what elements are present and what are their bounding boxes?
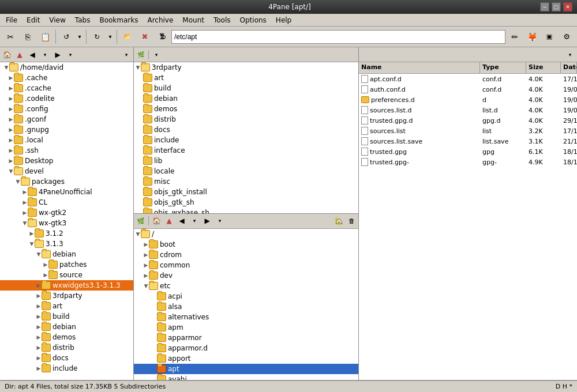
mid-bot-gohome-icon[interactable]: 🏡 xyxy=(333,215,344,227)
left-tree-item[interactable]: ▶docs xyxy=(0,353,133,363)
mid-top-item[interactable]: interface xyxy=(134,145,358,156)
left-tree-item[interactable]: ▶debian xyxy=(0,322,133,332)
undo-button[interactable]: ↺ xyxy=(58,29,74,45)
mid-bot-item[interactable]: ▶boot xyxy=(134,239,358,250)
mid-bot-root[interactable]: ▼/ xyxy=(134,229,358,239)
menu-item-view[interactable]: View xyxy=(44,15,70,25)
path-input[interactable]: /etc/apt xyxy=(171,30,505,44)
mid-bot-item[interactable]: apport xyxy=(134,353,358,364)
menu-item-tools[interactable]: Tools xyxy=(209,15,235,25)
menu-item-file[interactable]: File xyxy=(1,15,22,25)
col-size-header[interactable]: Size xyxy=(526,62,561,73)
menu-item-tabs[interactable]: Tabs xyxy=(70,15,95,25)
mid-top-item[interactable]: docs xyxy=(134,125,358,135)
mid-bot-item[interactable]: alsa xyxy=(134,301,358,312)
file-row[interactable]: trusted.gpg.dgpg.d4.0K29/10/19 15:22 xyxy=(359,115,577,126)
left-tree-item[interactable]: ▶.gnupg xyxy=(0,125,133,135)
menu-item-archive[interactable]: Archive xyxy=(143,15,178,25)
left-tree-item[interactable]: ▶art xyxy=(0,301,133,311)
menu-item-bookmarks[interactable]: Bookmarks xyxy=(95,15,143,25)
left-tree-item[interactable]: ▼packages xyxy=(0,176,133,187)
mid-bot-item[interactable]: acpi xyxy=(134,291,358,301)
left-tree-item[interactable]: ▶demos xyxy=(0,332,133,342)
mid-bot-forward-dropdown[interactable]: ▾ xyxy=(214,215,226,227)
browser-button[interactable]: 🦊 xyxy=(524,29,540,45)
left-dropdown-icon[interactable]: ▾ xyxy=(121,49,132,61)
left-tree-item[interactable]: ▶Desktop xyxy=(0,156,133,166)
menu-item-edit[interactable]: Edit xyxy=(22,15,44,25)
mid-top-item[interactable]: distrib xyxy=(134,114,358,125)
col-date-header[interactable]: Date xyxy=(561,62,577,73)
settings-button[interactable]: ⚙ xyxy=(559,29,575,45)
cut-button[interactable]: ✂ xyxy=(2,29,18,45)
mid-bot-item[interactable]: apt xyxy=(134,364,358,374)
file-row[interactable]: sources.list.dlist.d4.0K19/09/19 10:13 xyxy=(359,105,577,115)
mid-top-item[interactable]: objs_wxbase_sh xyxy=(134,208,358,213)
mid-top-item[interactable]: art xyxy=(134,73,358,83)
mid-bot-home-icon[interactable]: 🏠 xyxy=(151,215,162,227)
file-row[interactable]: auth.conf.dconf.d4.0K19/09/19 10:13 xyxy=(359,84,577,95)
file-row[interactable]: trusted.gpggpg6.1K18/10/19 12:41 xyxy=(359,146,577,157)
left-tree-item[interactable]: ▶.gconf xyxy=(0,114,133,125)
undo-dropdown[interactable]: ▾ xyxy=(76,29,84,45)
left-tree-item[interactable]: ▼devel xyxy=(0,166,133,176)
paste-button[interactable]: 📋 xyxy=(37,29,53,45)
left-tree-item[interactable]: ▶.ccache xyxy=(0,83,133,93)
mid-bot-item[interactable]: ▶cdrom xyxy=(134,250,358,260)
left-tree-item[interactable]: ▶source xyxy=(0,270,133,280)
left-tree-item[interactable]: ▼debian xyxy=(0,249,133,259)
left-tree-item[interactable]: ▶wxwidgets3.1-3.1.3 xyxy=(0,280,133,291)
left-back-dropdown[interactable]: ▾ xyxy=(39,49,51,61)
close-button[interactable]: ✕ xyxy=(563,2,572,12)
left-tree-item[interactable]: ▶distrib xyxy=(0,342,133,353)
mid-bot-item[interactable]: alternatives xyxy=(134,312,358,322)
left-tree-item[interactable]: ▶4PaneUnofficial xyxy=(0,187,133,197)
left-forward-icon[interactable]: ▶ xyxy=(52,49,63,61)
mid-bot-item[interactable]: ▶common xyxy=(134,260,358,270)
minimize-button[interactable]: − xyxy=(540,2,549,12)
left-forward-dropdown[interactable]: ▾ xyxy=(65,49,76,61)
terminal-button[interactable]: ▣ xyxy=(541,29,557,45)
mid-top-item[interactable]: debian xyxy=(134,93,358,104)
mid-bot-forward-icon[interactable]: ▶ xyxy=(201,215,213,227)
mid-bot-item[interactable]: apm xyxy=(134,322,358,333)
redo-button[interactable]: ↻ xyxy=(89,29,105,45)
mid-top-item[interactable]: objs_gtk_install xyxy=(134,187,358,197)
left-tree-item[interactable]: ▶.codelite xyxy=(0,93,133,104)
left-tree-root[interactable]: ▼/home/david xyxy=(0,62,133,73)
left-back-icon[interactable]: ◀ xyxy=(27,49,38,61)
mid-top-item[interactable]: lib xyxy=(134,156,358,166)
left-tree-item[interactable]: ▶.cache xyxy=(0,73,133,83)
mid-bot-back-dropdown[interactable]: ▾ xyxy=(189,215,200,227)
edit-button[interactable]: ✏ xyxy=(507,29,523,45)
copy-button[interactable]: ⎘ xyxy=(20,29,36,45)
mid-bot-up-icon[interactable]: ▲ xyxy=(163,215,175,227)
mid-bot-item[interactable]: ▼etc xyxy=(134,281,358,291)
mid-top-item[interactable]: locale xyxy=(134,166,358,176)
left-tree-item[interactable]: ▶3rdparty xyxy=(0,291,133,301)
mid-top-item[interactable]: misc xyxy=(134,176,358,187)
file-row[interactable]: sources.listlist3.2K17/12/19 11:53 xyxy=(359,126,577,136)
left-tree-item[interactable]: ▶.local xyxy=(0,135,133,145)
delete-button[interactable]: ✖ xyxy=(137,29,153,45)
file-row[interactable]: preferences.dd4.0K19/09/19 10:13 xyxy=(359,95,577,105)
left-home-icon[interactable]: 🏠 xyxy=(1,49,13,61)
mid-bot-back-icon[interactable]: ◀ xyxy=(176,215,188,227)
left-tree-item[interactable]: ▶3.1.2 xyxy=(0,228,133,239)
maximize-button[interactable]: □ xyxy=(552,2,561,12)
left-tree-item[interactable]: ▶CL xyxy=(0,197,133,208)
left-up-icon[interactable]: ▲ xyxy=(14,49,25,61)
open-button[interactable]: 📂 xyxy=(119,29,136,45)
mid-top-dropdown[interactable]: ▾ xyxy=(151,49,162,61)
left-tree-item[interactable]: ▼wx-gtk3 xyxy=(0,218,133,228)
file-row[interactable]: apt.conf.dconf.d4.0K17/12/19 10:34 xyxy=(359,74,577,84)
menu-item-help[interactable]: Help xyxy=(271,15,296,25)
left-tree-item[interactable]: ▶wx-gtk2 xyxy=(0,208,133,218)
mid-bot-item[interactable]: apparmor xyxy=(134,333,358,343)
mid-top-item[interactable]: build xyxy=(134,83,358,93)
redo-dropdown[interactable]: ▾ xyxy=(106,29,114,45)
file-row[interactable]: trusted.gpg-gpg-4.9K18/10/19 12:41 xyxy=(359,157,577,167)
mid-bot-item[interactable]: ▶dev xyxy=(134,270,358,281)
mid-top-root[interactable]: ▼3rdparty xyxy=(134,62,358,73)
col-type-header[interactable]: Type xyxy=(480,62,526,73)
